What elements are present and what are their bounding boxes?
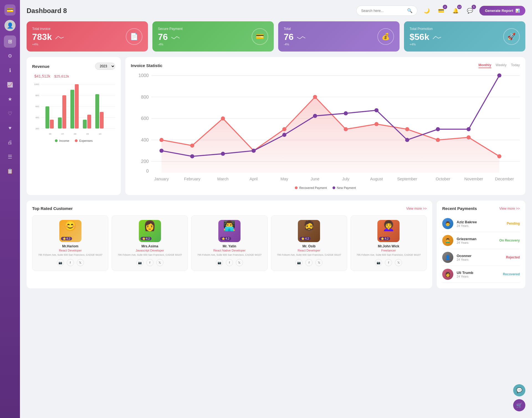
svg-point-69: [405, 138, 409, 142]
customers-view-more[interactable]: View more >>: [406, 207, 427, 211]
sidebar-item-dashboard[interactable]: ⊞: [4, 35, 16, 48]
payments-card: Recent Payments View more >> 👨 Aziz Bakr…: [437, 201, 525, 288]
sidebar-item-menu[interactable]: ☰: [4, 151, 16, 163]
twitter-osib[interactable]: 𝕏: [315, 259, 323, 266]
payment-avatar-uli: 👩: [442, 269, 453, 280]
stat-label-invoice: Total invoice: [32, 27, 64, 31]
payment-item-oconner: 👤 Oconner 24 Years Rejected: [442, 249, 520, 266]
sidebar-item-settings[interactable]: ⚙: [4, 50, 16, 62]
svg-text:400: 400: [35, 116, 39, 119]
instagram-wick[interactable]: 📷: [375, 259, 382, 266]
social-hariom: 📷 f 𝕏: [36, 259, 105, 266]
customer-name-hariom: Mr.Hariom: [36, 244, 105, 248]
svg-point-55: [344, 127, 348, 131]
bell-button[interactable]: 🔔 12: [451, 6, 461, 16]
year-select[interactable]: 202320222021: [95, 63, 115, 70]
tab-weekly[interactable]: Weekly: [496, 63, 507, 68]
customer-avatar-hariom: 😊 ⭐ 4.2: [59, 220, 81, 242]
svg-rect-16: [50, 120, 54, 129]
stat-label-promo: Total Promotion: [410, 27, 441, 31]
facebook-asima[interactable]: f: [146, 259, 154, 266]
twitter-hariom[interactable]: 𝕏: [77, 259, 84, 266]
stat-change-promo: +4%: [410, 43, 441, 46]
facebook-wick[interactable]: f: [385, 259, 392, 266]
svg-point-49: [159, 138, 163, 142]
theme-toggle[interactable]: 🌙: [422, 6, 432, 16]
payment-name-oconner: Oconner: [457, 254, 503, 258]
svg-text:January: January: [154, 177, 169, 181]
stat-icon-payment: 💳: [252, 28, 268, 45]
svg-point-70: [436, 127, 440, 131]
svg-text:June: June: [311, 177, 319, 181]
svg-point-59: [467, 135, 471, 140]
app-logo[interactable]: 💳: [4, 4, 16, 16]
bottom-row: Top Rated Customer View more >> 😊 ⭐ 4.2 …: [27, 201, 525, 288]
customer-role-osib: React Developer: [275, 249, 344, 252]
customers-title: Top Rated Customer: [32, 206, 73, 211]
sidebar-item-star[interactable]: ★: [4, 93, 16, 105]
svg-text:06: 06: [49, 133, 52, 135]
customers-grid: 😊 ⭐ 4.2 Mr.Hariom React Developer 795 Fo…: [32, 215, 427, 271]
twitter-asima[interactable]: 𝕏: [156, 259, 163, 266]
sidebar-item-info[interactable]: ℹ: [4, 64, 16, 76]
fab-cart[interactable]: 🛒: [513, 399, 525, 411]
svg-point-61: [159, 149, 163, 153]
generate-report-button[interactable]: Generate Report 📊: [479, 6, 525, 16]
search-box[interactable]: 🔍: [356, 6, 417, 16]
payments-view-more[interactable]: View more >>: [499, 207, 520, 211]
invoice-legend: Recovered Payment New Payment: [131, 186, 520, 189]
svg-text:1000: 1000: [34, 83, 39, 86]
instagram-yatin[interactable]: 📷: [216, 259, 223, 266]
sidebar-item-heart[interactable]: ♥: [4, 122, 16, 134]
svg-rect-23: [95, 94, 99, 129]
svg-text:May: May: [280, 177, 288, 181]
instagram-asima[interactable]: 📷: [136, 259, 144, 266]
svg-text:February: February: [184, 177, 201, 181]
fab-support[interactable]: 💬: [513, 384, 525, 396]
svg-rect-18: [62, 95, 66, 129]
sidebar-item-analytics[interactable]: 📈: [4, 79, 16, 91]
svg-text:September: September: [397, 177, 417, 181]
instagram-osib[interactable]: 📷: [295, 259, 303, 266]
sidebar-item-list[interactable]: 📋: [4, 165, 16, 177]
user-avatar[interactable]: 👤: [4, 20, 16, 31]
sidebar-item-heart-outline[interactable]: ♡: [4, 107, 16, 120]
twitter-wick[interactable]: 𝕏: [395, 259, 402, 266]
customer-address-yatin: 795 Folsom Ave, Suite 600 San Francisco,…: [195, 253, 264, 257]
tab-monthly[interactable]: Monthly: [479, 63, 491, 68]
chat-button[interactable]: 💬 5: [465, 6, 475, 16]
svg-point-56: [374, 122, 378, 126]
svg-rect-21: [83, 120, 87, 129]
twitter-yatin[interactable]: 𝕏: [236, 259, 243, 266]
search-input[interactable]: [361, 9, 405, 13]
facebook-yatin[interactable]: f: [226, 259, 233, 266]
tab-today[interactable]: Today: [511, 63, 520, 68]
payment-info-oconner: Oconner 24 Years: [457, 254, 503, 261]
stat-value-payment: 76: [158, 32, 183, 42]
sidebar-item-printer[interactable]: 🖨: [4, 136, 16, 148]
page-title: Dashboard 8: [27, 7, 352, 15]
payment-age-griezerman: 24 Years: [457, 241, 496, 244]
search-icon: 🔍: [407, 8, 413, 13]
revenue-comparison: $25,612k: [54, 74, 69, 78]
svg-text:200: 200: [141, 159, 149, 164]
wallet-button[interactable]: 💳 2: [436, 6, 446, 16]
svg-text:08: 08: [74, 133, 76, 135]
customer-name-asima: Mrs.Asima: [115, 244, 184, 248]
svg-point-65: [282, 133, 287, 137]
svg-text:200: 200: [35, 127, 39, 130]
payment-item-uli: 👩 Uli Trumb 24 Years Recovered: [442, 266, 520, 283]
stat-change-total: -4%: [284, 43, 305, 46]
svg-point-60: [497, 154, 502, 158]
bar-chart-svg: 1000 800 600 400 200 06 07 08 09 10: [32, 81, 115, 137]
invoice-chart: Invoice Statistic Monthly Weekly Today 1…: [125, 57, 525, 195]
customer-name-osib: Mr. Osib: [275, 244, 344, 248]
header: Dashboard 8 🔍 🌙 💳 2 🔔 12 💬 5 Generate Re…: [27, 6, 525, 16]
customer-role-wick: Freelancer: [354, 249, 423, 252]
facebook-hariom[interactable]: f: [67, 259, 74, 266]
svg-text:1000: 1000: [139, 73, 149, 78]
revenue-amount: $41,512k $25,612k: [32, 72, 69, 79]
instagram-hariom[interactable]: 📷: [57, 259, 64, 266]
facebook-osib[interactable]: f: [305, 259, 313, 266]
rating-wick: ⭐ 4.2: [379, 237, 390, 240]
